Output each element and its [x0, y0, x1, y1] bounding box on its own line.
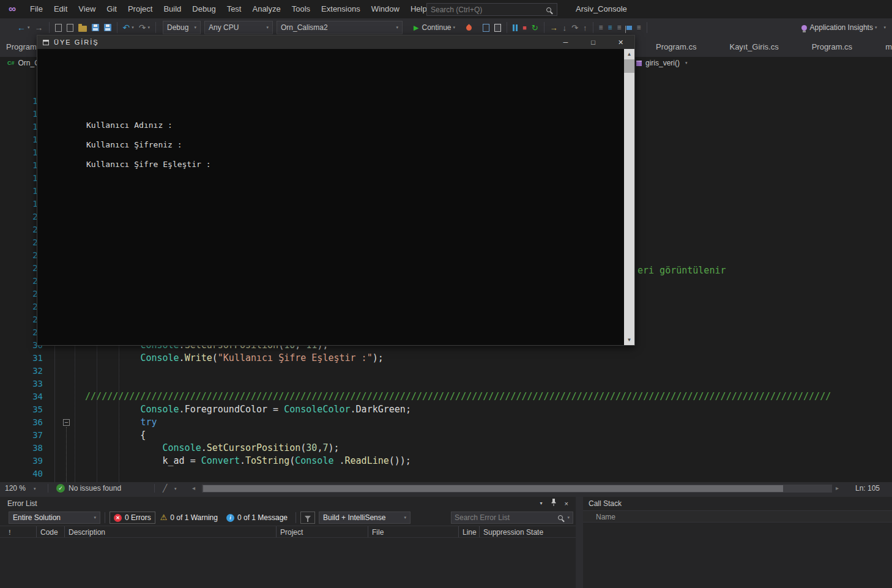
new-project-button[interactable]	[53, 20, 64, 35]
call-stack-title[interactable]: Call Stack	[583, 497, 892, 510]
show-next-statement-button[interactable]: →	[548, 20, 560, 35]
break-all-button[interactable]	[510, 20, 520, 35]
step-into-button[interactable]: ↓	[560, 20, 570, 35]
window-position-menu-icon[interactable]: ▾	[540, 501, 543, 506]
glyph-margin[interactable]	[43, 455, 74, 467]
messages-filter-button[interactable]: i0 of 1 Message	[223, 512, 291, 524]
console-output-area[interactable]: Kullanıcı Adınız :Kullanıcı Şifreniz :Ku…	[37, 49, 634, 345]
warnings-filter-button[interactable]: ⚠0 of 1 Warning	[157, 512, 221, 524]
project-dropdown[interactable]: C# Orn_C	[7, 57, 40, 69]
step-over-button[interactable]: ↷	[569, 20, 581, 35]
column-header-description[interactable]: Description	[65, 526, 277, 537]
menu-window[interactable]: Window	[366, 0, 405, 18]
solution-configurations-combo[interactable]: Debug▾	[163, 21, 201, 34]
search-icon[interactable]	[558, 515, 563, 520]
document-health-icon[interactable]: ✓	[56, 484, 65, 493]
horizontal-scrollbar[interactable]	[202, 485, 832, 493]
code-line[interactable]: 34 /////////////////////////////////////…	[0, 390, 892, 403]
previous-bookmark-button[interactable]: ≡	[634, 20, 644, 35]
menu-tools[interactable]: Tools	[286, 0, 316, 18]
tab-menu-cs[interactable]: menu.cs	[869, 37, 892, 57]
restart-button[interactable]: ↻	[529, 20, 541, 35]
scroll-up-arrow-icon[interactable]: ▲	[624, 49, 634, 59]
scroll-left-arrow-icon[interactable]: ◂	[192, 482, 195, 494]
column-header-suppression-state[interactable]: Suppression State	[480, 526, 576, 537]
close-icon[interactable]: ×	[565, 500, 568, 507]
global-search-box[interactable]	[426, 3, 557, 16]
code-line[interactable]: 37 {	[0, 429, 892, 442]
console-scrollbar[interactable]: ▲ ▼	[624, 49, 634, 345]
glyph-margin[interactable]	[43, 378, 74, 390]
undo-button[interactable]: ↶▾	[121, 20, 136, 35]
code-cleanup-icon[interactable]: ╱	[163, 482, 167, 494]
toolbar-overflow-button[interactable]: ▾	[879, 20, 888, 35]
glyph-margin[interactable]	[43, 390, 74, 403]
tab-kay-t-giris-cs[interactable]: Kayıt_Giris.cs	[713, 37, 795, 57]
add-item-button[interactable]	[64, 20, 76, 35]
navigate-forward-button[interactable]: →	[32, 20, 46, 35]
scroll-right-arrow-icon[interactable]: ▸	[836, 482, 839, 494]
menu-build[interactable]: Build	[158, 0, 187, 18]
menu-edit[interactable]: Edit	[48, 0, 73, 18]
step-out-button[interactable]: ↑	[581, 20, 590, 35]
code-line[interactable]: 33	[0, 378, 892, 390]
tab-program-cs[interactable]: Program.cs	[639, 37, 713, 57]
code-line[interactable]: 31 Console.Write("Kullanıcı Şifre Eşleşt…	[0, 352, 892, 365]
error-list-search-input[interactable]	[452, 513, 558, 522]
horizontal-scrollbar-thumb[interactable]	[203, 485, 783, 492]
toggle-bookmark-button[interactable]	[624, 20, 634, 35]
menu-project[interactable]: Project	[122, 0, 158, 18]
severity-column-header[interactable]: !	[0, 526, 37, 537]
startup-projects-combo[interactable]: Orn_Calisma2▾	[277, 21, 403, 34]
decrease-indent-button[interactable]: ≡	[597, 20, 606, 35]
errors-filter-button[interactable]: ✕0 Errors	[110, 512, 155, 524]
console-window[interactable]: ÜYE GİRİŞ ─ □ ✕ Kullanıcı Adınız :Kullan…	[37, 35, 635, 346]
maximize-button[interactable]: □	[579, 35, 607, 49]
clear-filters-button[interactable]	[300, 512, 315, 524]
menu-git[interactable]: Git	[101, 0, 122, 18]
code-line[interactable]: 36 try	[0, 416, 892, 429]
glyph-margin[interactable]	[43, 429, 74, 442]
pin-icon[interactable]	[551, 499, 557, 508]
glyph-margin[interactable]	[43, 467, 74, 480]
application-insights-button[interactable]: Application Insights▾	[799, 20, 880, 35]
tab-program-cs[interactable]: Program.cs	[795, 37, 869, 57]
column-header-line[interactable]: Line	[459, 526, 480, 537]
error-list-body[interactable]	[0, 538, 576, 588]
menu-file[interactable]: File	[24, 0, 48, 18]
stop-debugging-button[interactable]: ■	[520, 20, 529, 35]
close-button[interactable]: ✕	[607, 35, 634, 49]
code-line[interactable]: 32	[0, 365, 892, 378]
member-dropdown[interactable]: giris_veri() ▾	[636, 57, 688, 69]
solution-platforms-combo[interactable]: Any CPU▾	[204, 21, 273, 34]
menu-view[interactable]: View	[73, 0, 101, 18]
scope-filter-combo[interactable]: Entire Solution▾	[9, 512, 100, 524]
chevron-down-icon[interactable]: ▾	[34, 483, 36, 495]
column-header-file[interactable]: File	[368, 526, 459, 537]
code-line[interactable]: 38 Console.SetCursorPosition(30,7);	[0, 442, 892, 455]
glyph-margin[interactable]	[43, 403, 74, 416]
minimize-button[interactable]: ─	[552, 35, 579, 49]
continue-button[interactable]: ▶Continue▾	[411, 20, 458, 35]
scrollbar-thumb[interactable]	[624, 59, 634, 73]
glyph-margin[interactable]	[43, 352, 74, 365]
navigate-back-button[interactable]: ←▾	[15, 20, 32, 35]
menu-debug[interactable]: Debug	[187, 0, 221, 18]
call-stack-name-column-header[interactable]: Name	[583, 510, 892, 523]
code-line[interactable]: 39 k_ad = Convert.ToString(Console .Read…	[0, 455, 892, 467]
code-line[interactable]: 40	[0, 467, 892, 480]
chevron-down-icon[interactable]: ▾	[174, 483, 177, 495]
menu-test[interactable]: Test	[221, 0, 247, 18]
scroll-down-arrow-icon[interactable]: ▼	[624, 335, 634, 345]
increase-indent-button[interactable]: ≡	[606, 20, 615, 35]
error-list-search-box[interactable]: ▾	[451, 512, 573, 524]
menu-analyze[interactable]: Analyze	[247, 0, 286, 18]
save-all-button[interactable]	[102, 20, 114, 35]
hot-reload-button[interactable]	[464, 20, 474, 35]
error-list-header[interactable]: Error List ▾ ×	[0, 497, 576, 510]
console-title-bar[interactable]: ÜYE GİRİŞ ─ □ ✕	[37, 35, 634, 49]
diagnostics-button[interactable]	[480, 20, 492, 35]
zoom-level-combo[interactable]: 120 %	[5, 482, 26, 494]
open-file-button[interactable]	[76, 20, 89, 35]
glyph-margin[interactable]	[43, 442, 74, 455]
